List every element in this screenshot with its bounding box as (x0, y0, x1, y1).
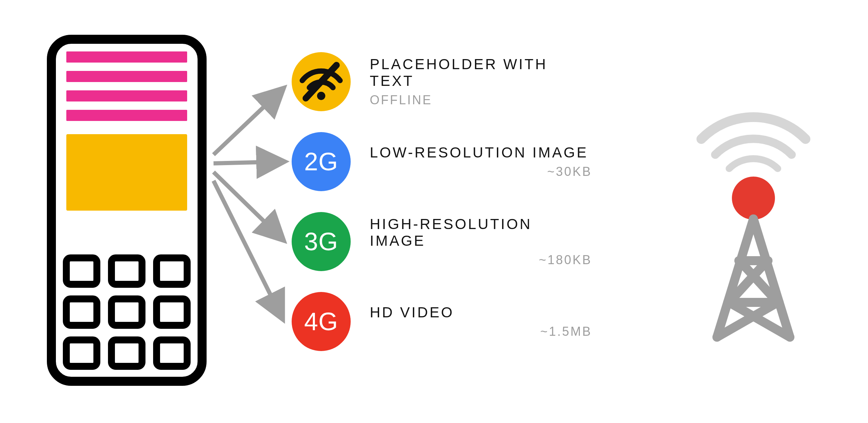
phone-keypad (63, 254, 191, 370)
phone-text-lines (66, 51, 187, 129)
option-2g: 2G LOW-RESOLUTION IMAGE ~30KB (292, 132, 592, 191)
svg-line-2 (214, 162, 281, 163)
badge-3g-icon: 3G (292, 212, 351, 271)
badge-2g-icon: 2G (292, 132, 351, 191)
option-title: HIGH-RESOLUTION IMAGE (370, 216, 592, 249)
option-4g: 4G HD VIDEO ~1.5MB (292, 292, 592, 351)
option-title: PLACEHOLDER WITH TEXT (370, 56, 592, 89)
badge-4g-icon: 4G (292, 292, 351, 351)
option-subtitle: ~1.5MB (540, 324, 592, 339)
svg-point-8 (732, 177, 775, 220)
option-subtitle: ~30KB (547, 164, 592, 179)
phone-illustration (47, 35, 207, 386)
cell-tower-icon (681, 80, 826, 344)
option-subtitle: OFFLINE (370, 93, 432, 107)
svg-point-6 (317, 92, 325, 100)
option-title: HD VIDEO (370, 304, 592, 321)
option-title: LOW-RESOLUTION IMAGE (370, 144, 592, 161)
wifi-off-icon (292, 52, 351, 111)
option-3g: 3G HIGH-RESOLUTION IMAGE ~180KB (292, 212, 592, 271)
option-subtitle: ~180KB (539, 253, 592, 267)
connection-options: PLACEHOLDER WITH TEXT OFFLINE 2G LOW-RES… (292, 52, 592, 351)
svg-line-4 (214, 181, 281, 316)
svg-line-1 (214, 90, 281, 155)
phone-image-placeholder (66, 134, 187, 211)
option-offline: PLACEHOLDER WITH TEXT OFFLINE (292, 52, 592, 111)
svg-line-3 (214, 172, 281, 238)
